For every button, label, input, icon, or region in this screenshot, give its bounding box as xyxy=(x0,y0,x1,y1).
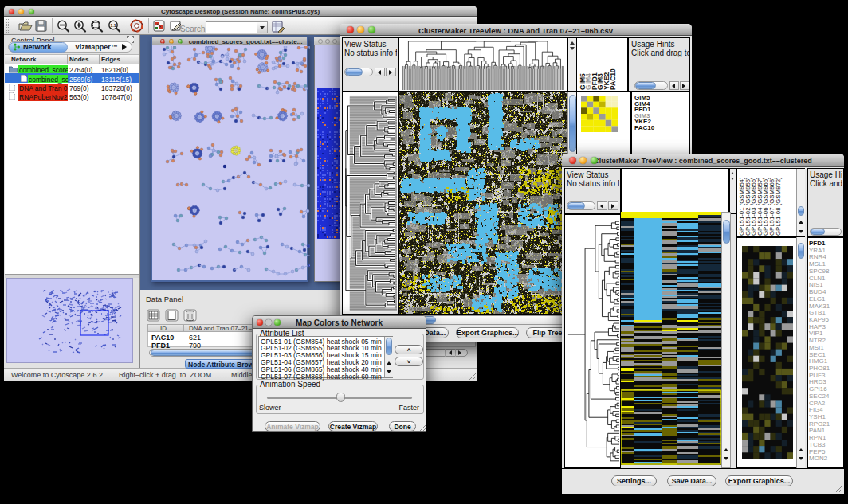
svg-text:1:1: 1:1 xyxy=(110,23,116,28)
svg-text:GPL51-08 (GSM872): GPL51-08 (GSM872) xyxy=(775,177,782,236)
svg-text:PAC10: PAC10 xyxy=(609,68,617,90)
